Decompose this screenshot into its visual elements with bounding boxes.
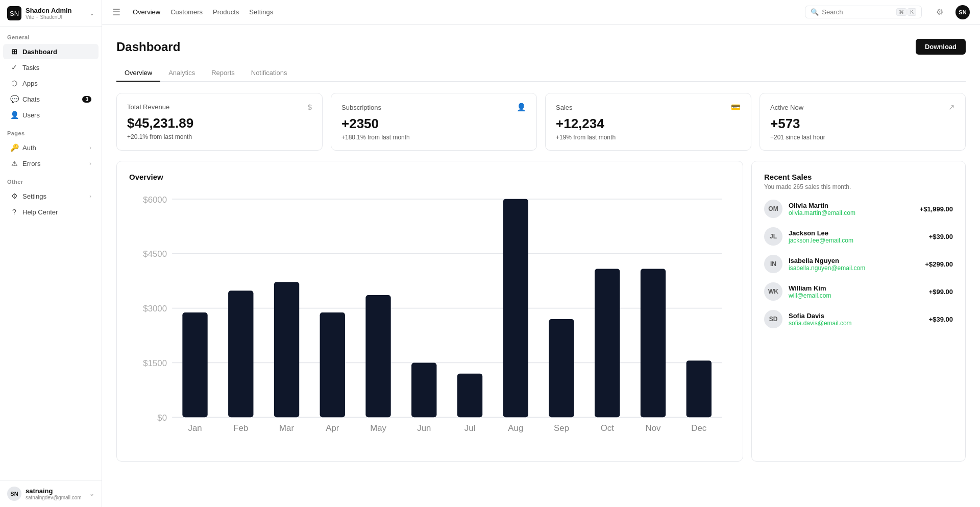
- topnav-link-customers[interactable]: Customers: [170, 6, 203, 18]
- sidebar-item-auth[interactable]: 🔑 Auth ›: [3, 140, 99, 155]
- svg-text:Jan: Jan: [188, 423, 202, 433]
- svg-text:Sep: Sep: [554, 423, 569, 433]
- sidebar-brand: SN Shadcn Admin Vite + ShadcnUI: [7, 6, 72, 20]
- sales-item-wk: WK William Kim will@email.com +$99.00: [764, 282, 953, 301]
- tab-reports[interactable]: Reports: [203, 65, 243, 82]
- stat-icon-total-revenue: $: [308, 103, 312, 111]
- sidebar-item-chats[interactable]: 💬 Chats 3: [3, 91, 99, 107]
- sidebar-item-errors[interactable]: ⚠ Errors ›: [3, 156, 99, 171]
- sidebar-item-settings[interactable]: ⚙ Settings ›: [3, 188, 99, 204]
- stat-value-sales: +12,234: [556, 116, 741, 132]
- sidebar-toggle-icon[interactable]: ☰: [112, 7, 120, 18]
- stat-card-total-revenue: Total Revenue $ $45,231.89 +20.1% from l…: [116, 93, 323, 151]
- svg-rect-28: [595, 269, 620, 418]
- topnav-link-overview[interactable]: Overview: [133, 6, 160, 18]
- topnav: ☰ OverviewCustomersProductsSettings 🔍 ⌘ …: [102, 0, 980, 25]
- help-icon: ?: [10, 208, 18, 216]
- settings-icon: ⚙: [10, 192, 18, 200]
- svg-text:Aug: Aug: [508, 423, 523, 433]
- sidebar-item-tasks[interactable]: ✓ Tasks: [3, 60, 99, 75]
- sales-name-sd: Sofia Davis: [789, 312, 923, 320]
- topnav-user-avatar[interactable]: SN: [955, 5, 970, 19]
- sidebar-item-label-chats: Chats: [22, 95, 78, 103]
- bar-chart: $6000$4500$3000$1500$0JanFebMarAprMayJun…: [129, 190, 730, 448]
- sidebar-user-email: satnaingdev@gmail.com: [26, 495, 82, 500]
- sales-amount-wk: +$99.00: [929, 288, 953, 296]
- page-content: Dashboard Download OverviewAnalyticsRepo…: [102, 25, 980, 507]
- recent-sales-title: Recent Sales: [764, 173, 953, 181]
- stat-card-sales: Sales 💳 +12,234 +19% from last month: [545, 93, 751, 151]
- dashboard-icon: ⊞: [10, 47, 18, 56]
- svg-rect-16: [320, 312, 345, 417]
- svg-text:Jun: Jun: [417, 423, 431, 433]
- recent-sales-card: Recent Sales You made 265 sales this mon…: [751, 161, 966, 462]
- stat-change-active-now: +201 since last hour: [770, 134, 955, 141]
- sidebar: SN Shadcn Admin Vite + ShadcnUI ⌄ Genera…: [0, 0, 102, 507]
- topnav-link-settings[interactable]: Settings: [249, 6, 273, 18]
- sidebar-item-label-errors: Errors: [22, 160, 85, 167]
- sidebar-section-label-other: Other: [0, 172, 102, 188]
- svg-text:$4500: $4500: [143, 249, 167, 259]
- svg-text:Dec: Dec: [691, 423, 706, 433]
- recent-sales-subtitle: You made 265 sales this month.: [764, 183, 953, 190]
- svg-rect-12: [228, 291, 253, 417]
- sidebar-footer[interactable]: SN satnaing satnaingdev@gmail.com ⌄: [0, 480, 102, 507]
- svg-text:Nov: Nov: [646, 423, 661, 433]
- sales-amount-om: +$1,999.00: [920, 205, 953, 213]
- sidebar-badge-chats: 3: [82, 96, 91, 103]
- sidebar-header: SN Shadcn Admin Vite + ShadcnUI ⌄: [0, 0, 102, 27]
- sidebar-item-apps[interactable]: ⬡ Apps: [3, 76, 99, 91]
- stat-icon-active-now: ↗: [948, 103, 955, 112]
- sidebar-item-label-tasks: Tasks: [22, 64, 91, 71]
- search-input[interactable]: [822, 8, 893, 16]
- auth-chevron-icon: ›: [89, 144, 91, 151]
- page-header: Dashboard Download: [116, 39, 966, 55]
- sidebar-item-label-dashboard: Dashboard: [22, 48, 91, 56]
- svg-rect-24: [503, 199, 528, 417]
- auth-icon: 🔑: [10, 143, 18, 152]
- overview-chart-card: Overview $6000$4500$3000$1500$0JanFebMar…: [116, 161, 743, 462]
- svg-text:$1500: $1500: [143, 358, 167, 368]
- stat-card-subscriptions: Subscriptions 👤 +2350 +180.1% from last …: [331, 93, 537, 151]
- main-content: ☰ OverviewCustomersProductsSettings 🔍 ⌘ …: [102, 0, 980, 507]
- sidebar-item-help[interactable]: ? Help Center: [3, 204, 99, 220]
- sales-avatar-wk: WK: [764, 282, 782, 301]
- svg-rect-26: [549, 319, 574, 417]
- sales-item-sd: SD Sofia Davis sofia.davis@email.com +$3…: [764, 310, 953, 328]
- sales-email-om: olivia.martin@email.com: [789, 209, 914, 216]
- stat-icon-sales: 💳: [731, 103, 741, 112]
- svg-rect-18: [365, 295, 390, 417]
- stat-label-subscriptions: Subscriptions: [341, 104, 381, 111]
- sidebar-brand-name: Shadcn Admin: [26, 7, 72, 14]
- sales-amount-sd: +$39.00: [929, 316, 953, 323]
- sidebar-item-label-auth: Auth: [22, 144, 85, 152]
- svg-rect-20: [411, 363, 436, 417]
- sidebar-collapse-icon[interactable]: ⌄: [89, 10, 94, 17]
- topnav-link-products[interactable]: Products: [213, 6, 239, 18]
- sidebar-section-label-pages: Pages: [0, 123, 102, 139]
- tab-analytics[interactable]: Analytics: [160, 65, 203, 82]
- sales-avatar-in: IN: [764, 255, 782, 273]
- tab-notifications[interactable]: Notifications: [243, 65, 296, 82]
- search-bar[interactable]: 🔍 ⌘ K: [805, 6, 922, 18]
- sales-email-wk: will@email.com: [789, 292, 923, 299]
- sales-email-in: isabella.nguyen@email.com: [789, 264, 919, 272]
- sales-amount-in: +$299.00: [925, 260, 953, 268]
- sales-list: OM Olivia Martin olivia.martin@email.com…: [764, 200, 953, 328]
- stat-value-active-now: +573: [770, 116, 955, 132]
- apps-icon: ⬡: [10, 79, 18, 87]
- search-kbd-k: K: [908, 8, 916, 16]
- tasks-icon: ✓: [10, 63, 18, 71]
- sales-email-sd: sofia.davis@email.com: [789, 320, 923, 327]
- stat-change-subscriptions: +180.1% from last month: [341, 134, 526, 141]
- sidebar-item-users[interactable]: 👤 Users: [3, 107, 99, 123]
- sales-email-jl: jackson.lee@email.com: [789, 237, 923, 244]
- settings-icon[interactable]: ⚙: [936, 7, 943, 17]
- sidebar-item-dashboard[interactable]: ⊞ Dashboard: [3, 44, 99, 59]
- sidebar-user-avatar: SN: [7, 487, 21, 501]
- tab-overview[interactable]: Overview: [116, 65, 160, 82]
- errors-chevron-icon: ›: [89, 160, 91, 166]
- sidebar-item-label-users: Users: [22, 111, 91, 119]
- errors-icon: ⚠: [10, 159, 18, 167]
- download-button[interactable]: Download: [916, 39, 966, 55]
